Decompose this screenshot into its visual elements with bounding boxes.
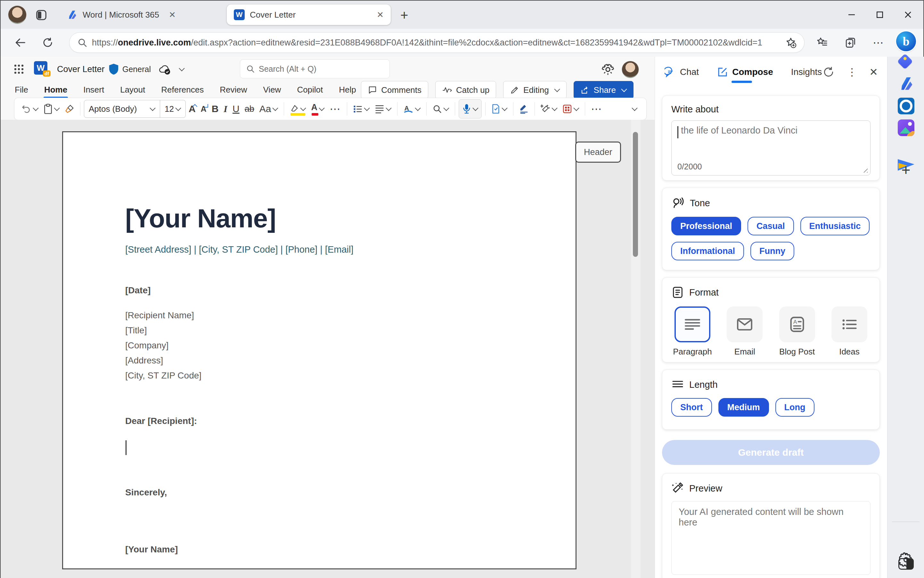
styles-button[interactable]: A: [401, 100, 423, 117]
editing-mode-button[interactable]: Editing: [503, 81, 567, 99]
document-page[interactable]: [Your Name] [Street Address] | [City, ST…: [62, 131, 576, 569]
refresh-sidebar-icon[interactable]: [822, 66, 835, 78]
header-tag[interactable]: Header: [575, 141, 621, 163]
paste-button[interactable]: [41, 100, 62, 117]
maximize-button[interactable]: [871, 7, 889, 23]
menu-view[interactable]: View: [262, 83, 281, 97]
italic-button[interactable]: I: [221, 100, 230, 117]
close-tab-icon[interactable]: ✕: [169, 10, 176, 20]
more-font-options-button[interactable]: ⋯: [327, 100, 343, 117]
doc-closing[interactable]: Sincerely,: [125, 487, 167, 498]
image-creator-icon[interactable]: [898, 119, 914, 136]
tab-insights[interactable]: Insights: [791, 67, 822, 77]
doc-recipient-title[interactable]: [Title]: [125, 325, 147, 336]
grow-font-button[interactable]: A: [187, 100, 198, 117]
format-ideas[interactable]: Ideas: [828, 307, 870, 357]
comments-button[interactable]: Comments: [361, 81, 428, 99]
new-tab-button[interactable]: +: [400, 8, 408, 23]
line-spacing-button[interactable]: [372, 100, 394, 117]
add-to-sidebar-icon[interactable]: +: [901, 161, 910, 179]
search-input[interactable]: Search (Alt + Q): [240, 59, 390, 78]
strikethrough-button[interactable]: ab: [242, 100, 257, 117]
menu-file[interactable]: File: [14, 83, 29, 97]
add-favorite-icon[interactable]: [785, 37, 797, 48]
doc-contact-line[interactable]: [Street Address] | [City, ST ZIP Code] |…: [125, 244, 353, 255]
collections-icon[interactable]: [842, 34, 858, 50]
undo-button[interactable]: [19, 100, 41, 117]
refresh-button[interactable]: [40, 34, 56, 50]
sidebar-settings-gear-icon[interactable]: [899, 552, 913, 567]
length-short[interactable]: Short: [671, 398, 712, 417]
dictate-button[interactable]: [459, 99, 482, 119]
more-toolbar-options-button[interactable]: ⋯: [589, 100, 605, 117]
text-highlight-button[interactable]: [287, 100, 308, 117]
font-size-select[interactable]: 12: [160, 100, 185, 117]
tone-professional[interactable]: Professional: [671, 217, 741, 235]
save-status-icon[interactable]: [158, 64, 171, 75]
change-case-button[interactable]: Aa: [257, 100, 281, 117]
doc-recipient-name[interactable]: [Recipient Name]: [125, 310, 194, 321]
format-painter-button[interactable]: [62, 100, 76, 117]
workspaces-icon[interactable]: [35, 9, 47, 21]
shrink-font-button[interactable]: A: [198, 100, 209, 117]
length-long[interactable]: Long: [775, 398, 814, 417]
doc-salutation[interactable]: Dear [Recipient]:: [125, 416, 197, 426]
font-name-select[interactable]: Aptos (Body): [84, 104, 160, 114]
close-window-button[interactable]: [899, 7, 917, 23]
tone-enthusiastic[interactable]: Enthusiastic: [801, 217, 870, 235]
resize-handle[interactable]: [861, 166, 868, 173]
chevron-down-icon[interactable]: [179, 65, 185, 71]
settings-gear-icon[interactable]: [601, 63, 614, 76]
outlook-icon[interactable]: [898, 97, 914, 114]
doc-date[interactable]: [Date]: [125, 285, 151, 295]
copilot-rewrite-button[interactable]: [538, 100, 560, 117]
doc-recipient-company[interactable]: [Company]: [125, 340, 169, 351]
collapse-ribbon-icon[interactable]: [632, 105, 637, 111]
browser-profile-avatar[interactable]: [8, 6, 26, 24]
page-options-button[interactable]: [560, 100, 581, 117]
microsoft365-icon[interactable]: [898, 75, 914, 92]
doc-recipient-city[interactable]: [City, ST ZIP Code]: [125, 370, 201, 381]
browser-tab-word365[interactable]: Word | Microsoft 365 ✕: [60, 5, 223, 25]
bullet-list-button[interactable]: [351, 100, 372, 117]
browser-settings-icon[interactable]: ⋯: [870, 34, 887, 50]
format-paragraph[interactable]: Paragraph: [671, 307, 714, 357]
back-button[interactable]: [12, 34, 28, 50]
address-bar[interactable]: https://onedrive.live.com/edit.aspx?acti…: [69, 32, 805, 53]
length-medium[interactable]: Medium: [718, 398, 769, 417]
more-options-icon[interactable]: ⋮: [847, 66, 857, 78]
share-button[interactable]: Share: [573, 81, 633, 99]
user-avatar[interactable]: [622, 61, 639, 78]
browser-tab-cover-letter[interactable]: W Cover Letter ✕: [227, 5, 391, 25]
menu-references[interactable]: References: [161, 83, 205, 97]
bing-chat-icon[interactable]: b: [896, 31, 916, 51]
close-tab-icon[interactable]: ✕: [377, 10, 384, 20]
tab-chat[interactable]: Chat: [664, 66, 699, 78]
doc-name-heading[interactable]: [Your Name]: [125, 203, 276, 234]
editor-button[interactable]: [517, 100, 531, 117]
catch-up-button[interactable]: Catch up: [435, 81, 496, 99]
font-color-button[interactable]: A: [309, 100, 327, 117]
tone-funny[interactable]: Funny: [750, 242, 794, 260]
menu-help[interactable]: Help: [338, 83, 356, 97]
bold-button[interactable]: B: [209, 100, 221, 117]
document-scrollbar[interactable]: [631, 120, 641, 578]
tone-informational[interactable]: Informational: [671, 242, 744, 260]
menu-insert[interactable]: Insert: [83, 83, 105, 97]
shopping-tag-icon[interactable]: [899, 56, 913, 69]
format-email[interactable]: Email: [724, 307, 766, 357]
menu-layout[interactable]: Layout: [119, 83, 146, 97]
close-sidebar-icon[interactable]: ✕: [869, 66, 878, 78]
write-about-input[interactable]: the life of Leonardo Da Vinci 0/2000: [671, 120, 870, 175]
menu-review[interactable]: Review: [219, 83, 248, 97]
doc-recipient-address[interactable]: [Address]: [125, 356, 163, 366]
document-title[interactable]: Cover Letter: [57, 64, 105, 74]
minimize-button[interactable]: [843, 7, 861, 23]
favorites-icon[interactable]: [814, 34, 830, 50]
tone-casual[interactable]: Casual: [747, 217, 794, 235]
scrollbar-thumb[interactable]: [633, 132, 638, 257]
underline-button[interactable]: U: [230, 100, 242, 117]
doc-signature[interactable]: [Your Name]: [125, 544, 178, 555]
generate-draft-button[interactable]: Generate draft: [662, 440, 880, 465]
find-button[interactable]: [430, 100, 451, 117]
